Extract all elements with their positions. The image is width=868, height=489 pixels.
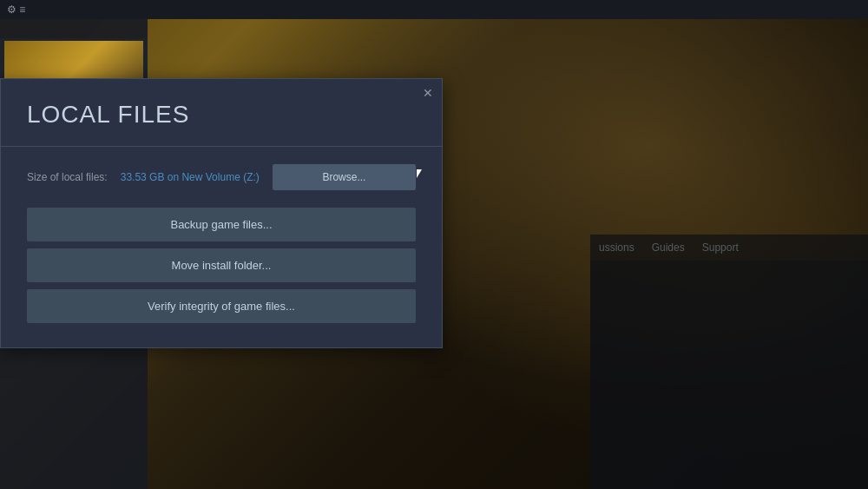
browse-button[interactable]: Browse... xyxy=(273,164,416,190)
close-icon[interactable]: ✕ xyxy=(423,86,433,100)
dialog-content: Size of local files: 33.53 GB on New Vol… xyxy=(1,147,442,347)
file-info-row: Size of local files: 33.53 GB on New Vol… xyxy=(27,164,416,190)
backup-button[interactable]: Backup game files... xyxy=(27,208,416,241)
dialog-title: LOCAL FILES xyxy=(1,79,442,147)
file-size-label: Size of local files: xyxy=(27,170,108,185)
file-size-value: 33.53 GB on New Volume (Z:) xyxy=(121,170,260,185)
local-files-dialog: ✕ LOCAL FILES Size of local files: 33.53… xyxy=(0,78,443,348)
move-install-button[interactable]: Move install folder... xyxy=(27,248,416,282)
verify-integrity-button[interactable]: Verify integrity of game files... xyxy=(27,289,416,323)
top-bar: ⚙ ≡ xyxy=(0,0,868,19)
filter-icon: ⚙ ≡ xyxy=(7,3,25,16)
